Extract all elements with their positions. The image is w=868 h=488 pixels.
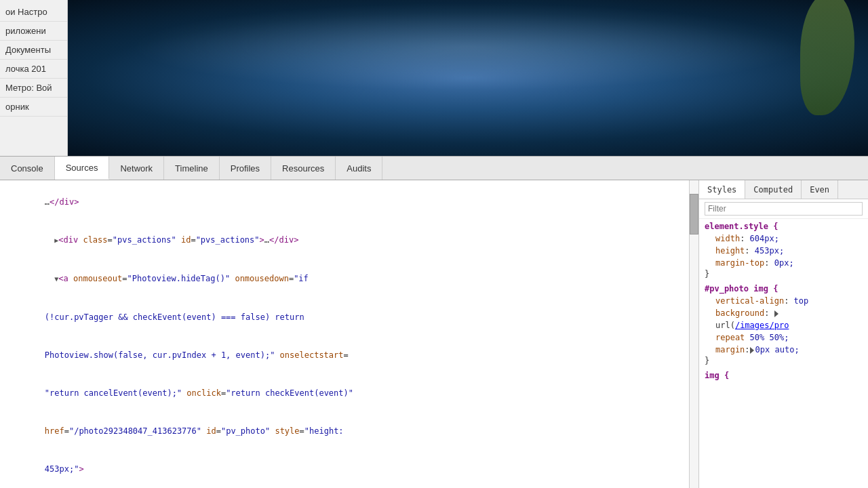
styles-prop-valign: vertical-align: top	[705, 295, 863, 307]
sidebar-item-5[interactable]: орник	[0, 98, 67, 117]
styles-prop-url: url(/images/pro	[705, 319, 863, 331]
svg-point-1	[197, 54, 739, 156]
svg-rect-3	[68, 68, 190, 156]
styles-filter-area[interactable]	[699, 199, 868, 219]
sidebar-item-2[interactable]: Документы	[0, 41, 67, 60]
styles-prop-margintop: margin-top: 0px;	[705, 257, 863, 269]
scrollbar-thumb[interactable]	[690, 194, 698, 235]
styles-tabs: Styles Computed Even	[699, 180, 868, 199]
tab-timeline[interactable]: Timeline	[164, 157, 220, 180]
earth-image	[68, 0, 868, 156]
html-line-1: ▶<div class="pvs_actions" id="pvs_action…	[5, 221, 684, 260]
svg-rect-4	[746, 54, 868, 156]
styles-rule-img: img {	[705, 371, 863, 380]
html-line-5: "return cancelEvent(event);" onclick="re…	[5, 374, 684, 412]
sidebar-item-0[interactable]: ои Настро	[0, 3, 67, 22]
html-line-3: (!cur.pvTagger && checkEvent(event) === …	[5, 298, 684, 336]
svg-point-7	[458, 41, 518, 81]
html-content: …</div> ▶<div class="pvs_actions" id="pv…	[0, 183, 689, 485]
devtools-main: …</div> ▶<div class="pvs_actions" id="pv…	[0, 180, 868, 488]
html-line-2: ▼<a onmouseout="Photoview.hideTag()" onm…	[5, 260, 684, 298]
sidebar-item-4[interactable]: Метро: Вой	[0, 79, 67, 98]
styles-filter-input[interactable]	[705, 202, 863, 216]
html-scrollbar[interactable]	[689, 180, 698, 488]
svg-point-8	[412, 64, 484, 100]
styles-tab-styles[interactable]: Styles	[699, 180, 745, 199]
top-area: ои Настро риложени Документы лочка 201 М…	[0, 0, 868, 156]
svg-point-6	[390, 18, 478, 77]
earth-svg	[68, 0, 868, 156]
styles-link-images[interactable]: /images/pro	[735, 321, 789, 330]
html-line-0: …</div>	[5, 183, 684, 221]
styles-selector-0: element.style {	[705, 222, 863, 231]
sidebar-item-1[interactable]: риложени	[0, 22, 67, 41]
styles-prop-width: width: 604px;	[705, 232, 863, 245]
html-line-4: Photoview.show(false, cur.pvIndex + 1, e…	[5, 336, 684, 374]
styles-selector-1: #pv_photo img {	[705, 284, 863, 293]
svg-point-10	[483, 37, 521, 64]
styles-prop-bg: background:	[705, 307, 863, 319]
styles-prop-margin: margin:0px auto;	[705, 344, 863, 356]
tab-profiles[interactable]: Profiles	[220, 157, 271, 180]
styles-rule-pvphoto: #pv_photo img { vertical-align: top back…	[705, 284, 863, 365]
svg-point-11	[420, 27, 468, 61]
styles-content: element.style { width: 604px; height: 45…	[699, 219, 868, 488]
tab-audits[interactable]: Audits	[336, 157, 382, 180]
styles-tab-computed[interactable]: Computed	[745, 180, 802, 199]
html-line-6: href="/photo292348047_413623776" id="pv_…	[5, 412, 684, 450]
styles-prop-height: height: 453px;	[705, 245, 863, 257]
styles-close-1: }	[705, 356, 863, 365]
svg-point-2	[129, 95, 807, 156]
styles-selector-2: img {	[705, 371, 863, 380]
tab-network[interactable]: Network	[109, 157, 164, 180]
sidebar-item-3[interactable]: лочка 201	[0, 60, 67, 79]
html-line-7: 453px;">	[5, 450, 684, 485]
styles-rule-element: element.style { width: 604px; height: 45…	[705, 222, 863, 279]
svg-point-5	[393, 0, 542, 142]
svg-point-9	[390, 41, 437, 75]
sidebar: ои Настро риложени Документы лочка 201 М…	[0, 0, 68, 156]
html-panel[interactable]: …</div> ▶<div class="pvs_actions" id="pv…	[0, 180, 689, 488]
webpage-image	[68, 0, 868, 156]
styles-panel: Styles Computed Even element.style { wid…	[698, 180, 868, 488]
tab-resources[interactable]: Resources	[271, 157, 336, 180]
tab-console[interactable]: Console	[0, 157, 55, 180]
svg-rect-0	[68, 0, 868, 156]
styles-tab-event[interactable]: Even	[802, 180, 838, 199]
styles-close-0: }	[705, 269, 863, 279]
devtools-tabs: Console Sources Network Timeline Profile…	[0, 156, 868, 180]
tab-sources[interactable]: Sources	[55, 157, 110, 180]
styles-prop-repeat: repeat 50% 50%;	[705, 331, 863, 344]
